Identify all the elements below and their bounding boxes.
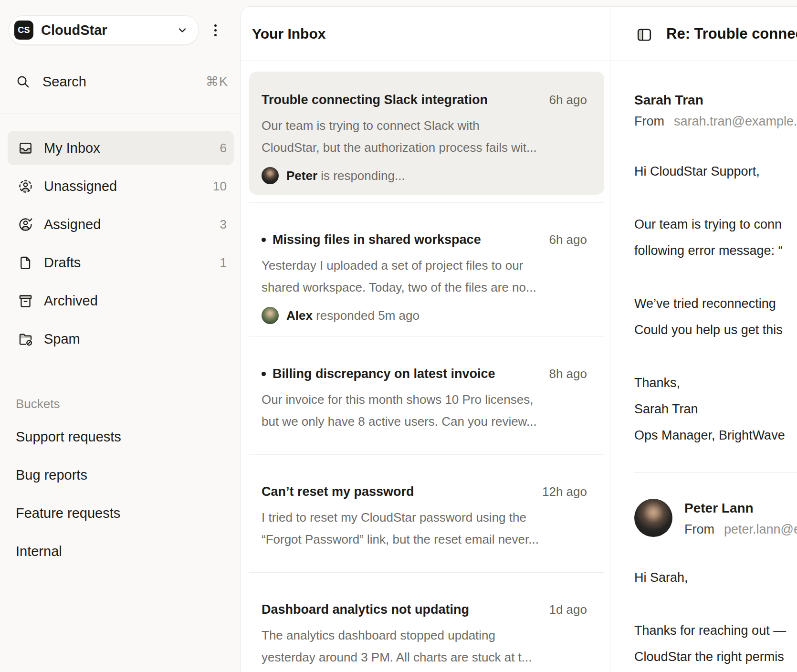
message-line: Hi CloudStar Support, (634, 158, 797, 185)
workspace-name: CloudStar (41, 22, 107, 38)
message-author: Peter Lann (684, 501, 797, 516)
search-button[interactable]: Search ⌘K (16, 73, 228, 91)
message-author: Sarah Tran (634, 93, 797, 108)
conversation-preview: but we only have 8 active users. Can you… (262, 410, 587, 432)
conversation-title: Missing files in shared workspace (273, 231, 481, 248)
sidebar-item-label: Archived (44, 293, 98, 309)
workspace-row: CS CloudStar (9, 15, 231, 45)
user-dashed-icon (18, 178, 33, 194)
responder-action: is responding... (317, 168, 405, 183)
conversation-time: 8h ago (539, 367, 587, 381)
sidebar-nav: My Inbox 6 Unassigned 10 (8, 131, 234, 356)
message-line: Thanks, (634, 370, 797, 396)
responder-status: Alex responded 5m ago (262, 307, 587, 324)
conversation-preview: Our invoice for this month shows 10 Pro … (262, 388, 587, 410)
alex-avatar (262, 307, 279, 324)
page-title: Your Inbox (252, 26, 325, 42)
conversation-detail-title: Re: Trouble connecting Slack integration (666, 25, 797, 42)
conversation-time: 1d ago (539, 602, 587, 617)
conversation-item-selected[interactable]: Trouble connecting Slack integration 6h … (249, 72, 604, 195)
sidebar-item-spam[interactable]: Spam (8, 322, 234, 356)
conversation-time: 12h ago (533, 484, 587, 499)
responder-name: Peter (286, 168, 317, 183)
conversation-preview: shared workspace. Today, two of the file… (262, 276, 587, 298)
bucket-item-internal[interactable]: Internal (16, 534, 228, 568)
responder-name: Alex (286, 308, 313, 323)
panel-toggle-button[interactable] (636, 26, 653, 42)
bucket-item-bug-reports[interactable]: Bug reports (16, 458, 228, 492)
inbox-icon (18, 140, 33, 156)
message-header: Peter Lann Frompeter.lann@example.com (634, 499, 797, 537)
sidebar-item-label: Assigned (44, 217, 101, 232)
bucket-item-feature-requests[interactable]: Feature requests (16, 496, 228, 530)
message-line: Thanks for reaching out — (634, 618, 797, 644)
user-check-icon (18, 217, 33, 232)
document-icon (18, 255, 33, 271)
sidebar-item-my-inbox[interactable]: My Inbox 6 (8, 131, 234, 165)
conversation-list-pane: Your Inbox Trouble connecting Slack inte… (241, 7, 610, 672)
overflow-menu-button[interactable] (210, 21, 220, 40)
conversation-preview: Our team is trying to connect Slack with (262, 115, 587, 136)
conversation-preview: CloudStar, but the authorization process… (262, 136, 587, 158)
conversation-detail-pane: Re: Trouble connecting Slack integration… (610, 7, 797, 672)
peter-avatar (262, 167, 279, 184)
message-line: We’ve tried reconnecting (634, 291, 797, 317)
list-pane-header: Your Inbox (241, 7, 610, 61)
chevron-down-icon (177, 24, 188, 36)
buckets-heading: Buckets (16, 397, 228, 410)
sidebar: CS CloudStar Search ⌘K My Inbox 6 (0, 0, 240, 672)
bucket-item-support-requests[interactable]: Support requests (16, 420, 228, 454)
main-panels: Your Inbox Trouble connecting Slack inte… (240, 6, 797, 672)
sidebar-item-archived[interactable]: Archived (8, 284, 234, 318)
message-line: CloudStar the right permis (634, 644, 797, 670)
unread-dot (262, 372, 266, 376)
conversation-item[interactable]: Billing discrepancy on latest invoice 8h… (249, 336, 604, 454)
workspace-switcher[interactable]: CS CloudStar (9, 15, 199, 45)
sidebar-item-count: 10 (213, 179, 227, 194)
message-header: Sarah Tran Fromsarah.tran@example.com (634, 93, 797, 129)
sidebar-item-label: Drafts (44, 255, 81, 271)
conversation-time: 6h ago (539, 93, 587, 107)
sidebar-item-label: My Inbox (44, 140, 100, 156)
conversation-title: Can’t reset my password (262, 483, 414, 500)
peter-avatar (634, 499, 672, 537)
conversation-title: Billing discrepancy on latest invoice (273, 366, 495, 382)
from-label: From (684, 522, 714, 536)
from-email: peter.lann@example.com (724, 522, 797, 536)
conversation-preview: yesterday around 3 PM. All charts are st… (262, 646, 587, 668)
message-line: Could you help us get this (634, 317, 797, 343)
sidebar-item-count: 1 (220, 255, 227, 270)
search-shortcut: ⌘K (206, 74, 228, 89)
sidebar-item-unassigned[interactable]: Unassigned 10 (8, 169, 234, 203)
search-label: Search (42, 74, 86, 90)
message-line: Our team is trying to conn (634, 211, 797, 238)
sidebar-item-drafts[interactable]: Drafts 1 (8, 245, 234, 280)
conversation-preview: I tried to reset my CloudStar password u… (262, 506, 587, 528)
conversation-list: Trouble connecting Slack integration 6h … (241, 61, 610, 672)
archive-icon (18, 293, 33, 309)
responder-action: responded 5m ago (313, 308, 419, 323)
panel-toggle-icon (636, 26, 653, 43)
conversation-item[interactable]: Can’t reset my password 12h ago I tried … (249, 454, 604, 572)
sidebar-item-label: Spam (44, 331, 80, 347)
conversation-item[interactable]: Missing files in shared workspace 6h ago… (249, 202, 604, 336)
sidebar-divider (0, 114, 240, 114)
conversation-time: 6h ago (539, 232, 587, 247)
conversation-preview: Yesterday I uploaded a set of project fi… (262, 254, 587, 276)
folder-slash-icon (18, 331, 33, 347)
conversation-item[interactable]: Dashboard analytics not updating 1d ago … (249, 572, 604, 672)
message-thread: Sarah Tran Fromsarah.tran@example.com Hi… (610, 61, 797, 670)
buckets-section: Buckets Support requests Bug reports Fea… (16, 397, 228, 568)
from-email: sarah.tran@example.com (674, 114, 797, 128)
conversation-preview: “Forgot Password” link, but the reset em… (262, 528, 587, 550)
message-divider (634, 472, 797, 472)
conversation-title: Trouble connecting Slack integration (262, 92, 488, 108)
sidebar-item-assigned[interactable]: Assigned 3 (8, 207, 234, 242)
conversation-title: Dashboard analytics not updating (262, 601, 469, 618)
responder-status: Peter is responding... (262, 167, 587, 184)
sidebar-item-count: 3 (220, 217, 227, 232)
conversation-preview: The analytics dashboard stopped updating (262, 624, 587, 646)
workspace-logo: CS (14, 21, 33, 40)
sidebar-item-count: 6 (220, 141, 227, 156)
message-line: following error message: “ (634, 238, 797, 264)
